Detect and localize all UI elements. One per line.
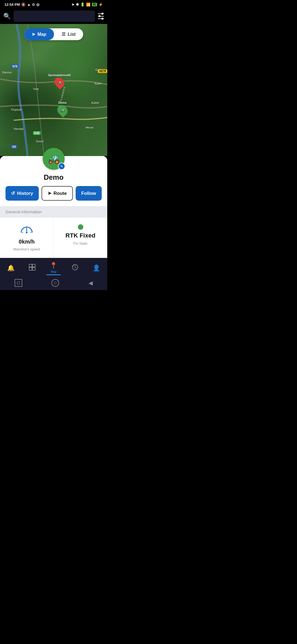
map-view-button[interactable]: ➤ Map (24, 28, 54, 40)
map-list-toggle: ➤ Map ☰ List (24, 28, 83, 40)
profile-icon: 👤 (93, 264, 100, 272)
back-button[interactable]: ◀ (89, 280, 93, 286)
badge-n278: N278 (98, 69, 107, 73)
device-name: Demo (0, 173, 107, 182)
speed-value: 0km/h (19, 239, 35, 245)
info-grid: 0km/h Machine's speed RTK Fixed Fix Stat… (0, 217, 107, 258)
search-bar: 🔍 Demo (0, 8, 107, 24)
section-header: General information (0, 206, 107, 217)
nav-shapes[interactable] (25, 263, 39, 274)
search-input[interactable]: Demo (13, 10, 95, 22)
charging-icon: ⚡ (98, 2, 103, 7)
fix-state-cell: RTK Fixed Fix State (54, 218, 107, 258)
label-aubel: Aubel (91, 101, 99, 104)
status-bar: 12:54 PM 🔇 ▲ ⊙ ◎ ➤ ✱ 🔋 📶 91 ⚡ (0, 0, 107, 8)
follow-button[interactable]: Follow (76, 186, 102, 201)
avatar: 🚜 ✎ (43, 148, 65, 170)
svg-point-1 (26, 232, 28, 233)
marker-demo[interactable]: Demo 🚜 (58, 101, 67, 116)
list-view-button[interactable]: ☰ List (54, 28, 83, 40)
rtk-value: RTK Fixed (65, 232, 95, 239)
history-button[interactable]: ↺ History (6, 186, 39, 201)
location-icon: ⊙ (32, 2, 35, 7)
gps-arrow-icon: ➤ (72, 2, 75, 7)
home-button[interactable] (15, 279, 22, 287)
map-container[interactable]: Riemst Gulpen Vise Epen Oupeye Aubel Her… (0, 24, 107, 156)
system-nav: ◀ (0, 277, 107, 290)
wifi-icon: 📶 (86, 2, 90, 7)
nav-map-label: Map (51, 270, 56, 273)
nav-notifications[interactable]: 🔔 (4, 263, 18, 273)
label-soum: Soum (36, 140, 44, 143)
history-icon: ↺ (11, 190, 15, 196)
speed-label: Machine's speed (13, 247, 40, 251)
tractor-icon: 🚜 (48, 153, 60, 165)
route-icon: ➤ (48, 190, 51, 196)
bluetooth-icon: ✱ (76, 2, 79, 7)
nav-map[interactable]: 📍 Map (46, 261, 61, 275)
svg-rect-4 (29, 264, 32, 267)
badge-n3: N3 (11, 145, 17, 149)
filter-button[interactable] (98, 13, 104, 19)
time: 12:54 PM (4, 2, 20, 7)
marker-sprimatdemo[interactable]: Sprimatdemo02 🚜 (48, 73, 71, 88)
signal-icon2: ◎ (36, 2, 39, 7)
battery-icon: 🔋 (80, 2, 85, 7)
svg-rect-6 (29, 268, 32, 270)
label-vise: Vise (33, 87, 39, 91)
device-panel: 🚜 ✎ Demo ↺ History ➤ Route Follow Genera… (0, 156, 107, 258)
mute-icon: 🔇 (21, 2, 26, 7)
battery-percent: 91 (92, 3, 97, 6)
map-pin-icon: 📍 (50, 262, 57, 269)
badge-e42: E42 (33, 131, 41, 135)
svg-rect-7 (32, 268, 35, 270)
label-riemst: Riemst (2, 71, 12, 74)
label-epen: Epen (95, 82, 102, 85)
map-arrow-icon: ➤ (32, 32, 35, 37)
list-icon: ☰ (62, 32, 65, 37)
shapes-icon (29, 264, 36, 272)
svg-rect-5 (32, 264, 35, 267)
badge-n79: N79 (11, 65, 19, 68)
nav-history[interactable] (68, 263, 82, 274)
label-herve: Herve (86, 126, 94, 129)
action-buttons: ↺ History ➤ Route Follow (0, 186, 107, 206)
back-circle-button[interactable] (51, 279, 59, 287)
clock-icon (72, 264, 79, 272)
nav-icon: ▲ (27, 2, 31, 7)
fix-label: Fix State (73, 241, 87, 245)
edit-badge[interactable]: ✎ (58, 163, 65, 170)
speedometer-icon (20, 224, 34, 236)
search-button[interactable]: 🔍 (3, 13, 11, 20)
bell-icon: 🔔 (7, 264, 15, 272)
bottom-nav: 🔔 📍 Map 👤 (0, 258, 107, 277)
avatar-wrap: 🚜 ✎ (0, 156, 107, 170)
status-dot (78, 224, 83, 230)
label-oupeye: Oupeye (11, 108, 22, 111)
route-button[interactable]: ➤ Route (42, 186, 73, 201)
speed-cell: 0km/h Machine's speed (0, 218, 54, 258)
label-herstal: Herstal (14, 127, 23, 130)
edit-icon: ✎ (60, 164, 63, 168)
nav-profile[interactable]: 👤 (89, 263, 103, 273)
